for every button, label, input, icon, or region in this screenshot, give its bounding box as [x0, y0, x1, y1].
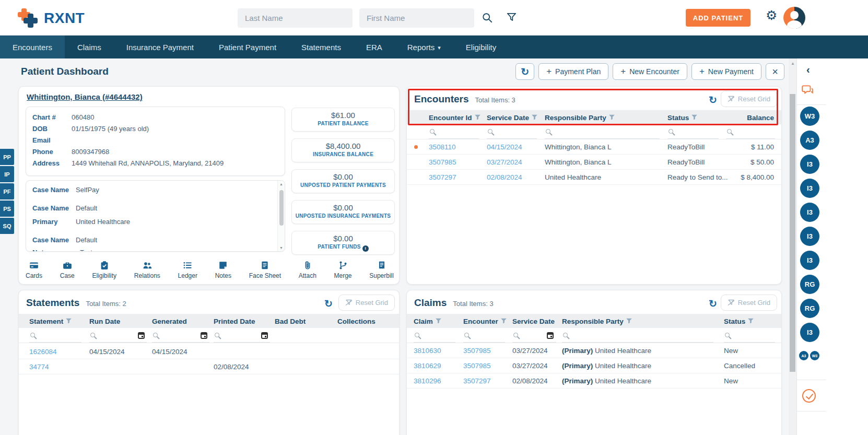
claim-row[interactable]: 3810629 3507985 03/27/2024 (Primary) Uni… [407, 358, 781, 373]
magnifier-icon[interactable] [563, 333, 568, 337]
statement-id-link[interactable]: 1626084 [29, 348, 57, 356]
collapse-chevron-icon[interactable]: ‹ [806, 64, 810, 76]
notification-badge[interactable]: A3 [800, 131, 819, 150]
notification-badge[interactable]: W3 [800, 107, 819, 126]
user-avatar[interactable] [783, 7, 805, 29]
notification-badge[interactable]: I3 [800, 203, 819, 222]
quick-action-face-sheet[interactable]: Face Sheet [249, 261, 281, 279]
filter-button[interactable] [506, 13, 517, 24]
magnifier-icon[interactable] [415, 333, 419, 337]
cases-scrollbar[interactable]: ▲ ▼ [277, 181, 285, 251]
magnifier-icon[interactable] [30, 333, 35, 337]
nav-item-patient-payment[interactable]: Patient Payment [206, 36, 289, 58]
notification-badge[interactable]: RG [800, 299, 819, 318]
nav-item-statements[interactable]: Statements [289, 36, 354, 58]
encounter-id-link[interactable]: 3508110 [429, 143, 456, 151]
left-tab-pp[interactable]: PP [0, 149, 14, 165]
magnifier-icon[interactable] [546, 129, 550, 134]
quick-action-notes[interactable]: Notes [215, 261, 231, 279]
quick-action-eligibility[interactable]: Eligibility [92, 261, 116, 279]
nav-item-era[interactable]: ERA [354, 36, 395, 58]
magnifier-icon[interactable] [464, 333, 469, 337]
notification-badge[interactable]: I3 [800, 227, 819, 246]
magnifier-icon[interactable] [90, 333, 95, 337]
encounter-row[interactable]: 3507985 03/27/2024 Whittington, Bianca L… [407, 155, 781, 170]
scroll-up-icon[interactable]: ▲ [791, 61, 795, 66]
search-button[interactable] [482, 13, 493, 24]
claim-row[interactable]: 3810630 3507985 03/27/2024 (Primary) Uni… [407, 343, 781, 358]
reset-grid-button[interactable]: Reset Grid [338, 295, 395, 311]
encounter-row[interactable]: 3507297 02/08/2024 United Healthcare Rea… [407, 170, 781, 185]
magnifier-icon[interactable] [668, 129, 673, 134]
reset-grid-button[interactable]: Reset Grid [721, 295, 777, 311]
notification-badge[interactable]: I3 [800, 155, 819, 174]
calendar-icon[interactable] [201, 332, 207, 339]
nav-item-eligibility[interactable]: Eligibility [453, 36, 509, 58]
statement-row[interactable]: 1626084 04/15/2024 04/15/2024 [19, 344, 399, 359]
magnifier-icon[interactable] [488, 129, 492, 134]
nav-item-encounters[interactable]: Encounters [0, 36, 65, 58]
first-name-input[interactable] [359, 8, 474, 28]
refresh-grid-button[interactable]: ↻ [322, 297, 335, 310]
claim-id-link[interactable]: 3810630 [414, 347, 441, 355]
magnifier-icon[interactable] [513, 333, 518, 337]
notification-badge[interactable]: I3 [800, 179, 819, 198]
scroll-up-icon[interactable]: ▲ [279, 182, 283, 186]
nav-item-reports[interactable]: Reports▾ [395, 36, 453, 58]
encounter-id-link[interactable]: 3507985 [429, 158, 456, 166]
filter-funnel-icon[interactable] [436, 319, 441, 324]
filter-funnel-icon[interactable] [691, 115, 697, 120]
chat-icon[interactable] [801, 84, 814, 98]
small-badge[interactable]: W3 [810, 351, 819, 360]
filter-funnel-icon[interactable] [626, 319, 632, 324]
quick-action-attach[interactable]: Attach [299, 261, 316, 279]
encounter-id-link[interactable]: 3507985 [463, 362, 491, 370]
refresh-grid-button[interactable]: ↻ [706, 93, 720, 107]
quick-action-merge[interactable]: Merge [334, 261, 352, 279]
encounter-id-link[interactable]: 3507297 [429, 173, 456, 181]
filter-funnel-icon[interactable] [66, 319, 72, 324]
new-payment-button[interactable]: +New Payment [691, 63, 761, 80]
left-tab-pf[interactable]: PF [0, 183, 14, 199]
refresh-button[interactable]: ↻ [515, 63, 534, 80]
service-date-link[interactable]: 02/08/2024 [487, 173, 522, 181]
scrollbar-thumb[interactable] [790, 94, 795, 372]
service-date-link[interactable]: 03/27/2024 [487, 158, 522, 166]
encounter-id-link[interactable]: 3507297 [463, 377, 491, 385]
left-tab-ps[interactable]: PS [0, 201, 14, 217]
settings-gear-icon[interactable]: ⚙ [766, 9, 777, 22]
filter-funnel-icon[interactable] [609, 115, 615, 120]
quick-action-relations[interactable]: Relations [134, 261, 160, 279]
magnifier-icon[interactable] [727, 129, 732, 134]
notification-badge[interactable]: I3 [800, 323, 819, 342]
encounter-row[interactable]: 3508110 04/15/2024 Whittington, Bianca L… [407, 139, 781, 155]
add-patient-button[interactable]: ADD PATIENT [686, 9, 750, 27]
calendar-icon[interactable] [547, 332, 554, 339]
claim-id-link[interactable]: 3810296 [414, 377, 441, 385]
quick-action-superbill[interactable]: Superbill [369, 261, 394, 279]
filter-funnel-icon[interactable] [475, 115, 480, 120]
left-tab-ip[interactable]: IP [0, 166, 14, 182]
small-badge[interactable]: A3 [799, 351, 808, 360]
reset-grid-button[interactable]: Reset Grid [721, 91, 777, 107]
payment-plan-button[interactable]: +Payment Plan [538, 63, 608, 80]
quick-action-case[interactable]: Case [60, 261, 75, 279]
filter-funnel-icon[interactable] [532, 115, 537, 120]
filter-funnel-icon[interactable] [501, 319, 507, 324]
magnifier-icon[interactable] [153, 333, 158, 337]
statement-row[interactable]: 34774 02/08/2024 [19, 359, 399, 374]
refresh-grid-button[interactable]: ↻ [706, 297, 720, 310]
claim-row[interactable]: 3810296 3507297 02/08/2024 (Primary) Uni… [407, 373, 781, 389]
magnifier-icon[interactable] [215, 333, 219, 337]
quick-action-ledger[interactable]: Ledger [178, 261, 197, 279]
nav-item-claims[interactable]: Claims [65, 36, 114, 58]
left-tab-sq[interactable]: SQ [0, 218, 14, 234]
scroll-down-icon[interactable]: ▼ [279, 246, 283, 250]
scrollbar-thumb[interactable] [279, 190, 284, 226]
check-circle-icon[interactable] [802, 389, 816, 403]
close-button[interactable]: × [766, 63, 784, 80]
last-name-input[interactable] [238, 8, 353, 28]
statement-id-link[interactable]: 34774 [29, 363, 49, 371]
quick-action-cards[interactable]: Cards [26, 261, 42, 279]
info-icon[interactable]: i [362, 245, 369, 252]
